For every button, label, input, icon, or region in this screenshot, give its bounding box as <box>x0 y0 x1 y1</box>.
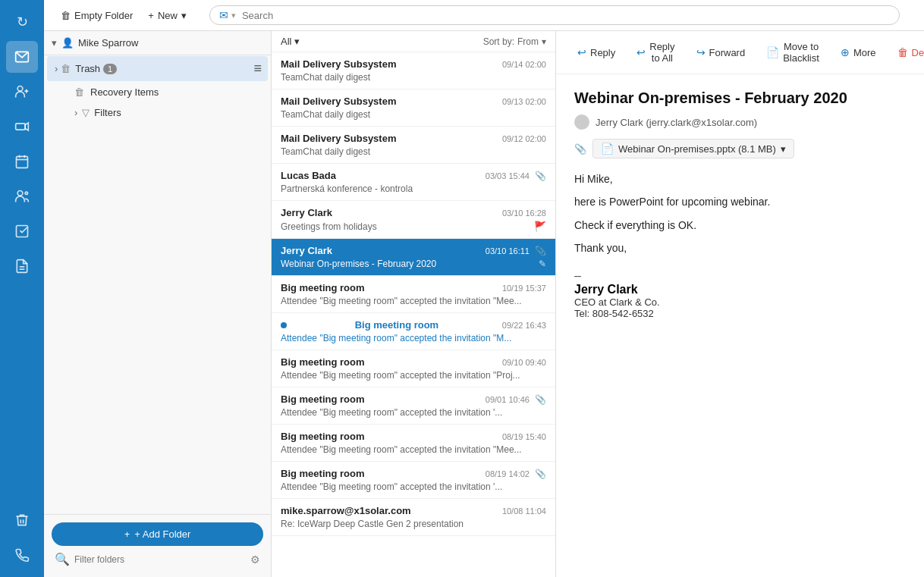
phone-nav-icon[interactable] <box>6 539 38 571</box>
move-to-blacklist-button[interactable]: 📄 Move to Blacklist <box>757 37 828 67</box>
file-icon: 📄 <box>601 143 614 155</box>
add-folder-button[interactable]: + + Add Folder <box>52 522 263 546</box>
mail-search-icon: ✉ <box>219 9 228 21</box>
attach-icon: 📎 <box>535 246 546 256</box>
people-nav-icon[interactable] <box>6 180 38 212</box>
email-date: 03/10 16:28 <box>502 209 546 218</box>
email-sender: Big meeting room <box>281 282 365 293</box>
folder-menu-icon[interactable]: ≡ <box>253 61 262 77</box>
email-list-item[interactable]: Big meeting room08/19 15:40Attendee "Big… <box>272 425 555 462</box>
email-list-item[interactable]: Big meeting room09/01 10:46 📎Attendee "B… <box>272 387 555 425</box>
filter-search-icon: 🔍 <box>55 552 70 566</box>
notes-nav-icon[interactable] <box>6 250 38 282</box>
video-nav-icon[interactable] <box>6 111 38 143</box>
email-list-item[interactable]: Big meeting room08/19 14:02 📎Attendee "B… <box>272 462 555 499</box>
reply-label: Reply <box>590 47 615 58</box>
filter-dropdown[interactable]: All ▾ <box>281 36 300 47</box>
sidebar-item-recovery[interactable]: 🗑 Recovery Items <box>44 82 271 102</box>
email-list-item[interactable]: mike.sparrow@x1solar.com10/08 11:04Re: I… <box>272 499 555 536</box>
body-line: Check if everything is OK. <box>574 217 906 234</box>
paperclip-icon: 📎 <box>574 143 586 155</box>
email-list-item[interactable]: Big meeting room09/22 16:43Attendee "Big… <box>272 313 555 350</box>
email-list-item[interactable]: Big meeting room10/19 15:37Attendee "Big… <box>272 276 555 313</box>
email-preview: Attendee "Big meeting room" accepted the… <box>281 481 546 492</box>
attachment-chevron-icon[interactable]: ▾ <box>781 143 786 155</box>
email-list-item[interactable]: Mail Delivery Subsystem09/13 02:00TeamCh… <box>272 89 555 127</box>
sender-avatar <box>574 114 589 130</box>
calendar-nav-icon[interactable] <box>6 146 38 177</box>
email-list-item[interactable]: Big meeting room09/10 09:40Attendee "Big… <box>272 350 555 387</box>
email-date: 09/22 16:43 <box>502 321 546 330</box>
email-date: 03/03 15:44 📎 <box>486 171 546 181</box>
email-date: 09/12 02:00 <box>502 134 546 143</box>
reply-button[interactable]: ↩ Reply <box>568 42 624 62</box>
sidebar-item-trash[interactable]: › 🗑 Trash 1 ≡ <box>47 56 268 81</box>
sig-name: Jerry Clark <box>574 283 906 296</box>
email-list-item[interactable]: Jerry Clark03/10 16:11 📎Webinar On-premi… <box>272 239 555 276</box>
attach-icon: 📎 <box>535 394 546 405</box>
reply-all-button[interactable]: ↩ Reply to All <box>627 37 684 67</box>
email-preview: TeamChat daily digest <box>281 146 546 157</box>
email-signature: – Jerry Clark CEO at Clark & Co. Tel: 80… <box>574 269 906 319</box>
trash-badge: 1 <box>103 64 117 74</box>
attachment-box[interactable]: 📄 Webinar On-premises.pptx (8.1 MB) ▾ <box>592 139 794 158</box>
email-list-item[interactable]: Mail Delivery Subsystem09/12 02:00TeamCh… <box>272 127 555 164</box>
blacklist-icon: 📄 <box>766 46 779 58</box>
filter-label: All <box>281 36 291 47</box>
email-list-item[interactable]: Mail Delivery Subsystem09/14 02:00TeamCh… <box>272 52 555 89</box>
sig-dash: – <box>574 269 906 283</box>
chevron-search-icon: ▾ <box>231 11 236 20</box>
filter-icon: ▽ <box>82 107 90 118</box>
email-sender: Jerry Clark <box>281 207 332 218</box>
blacklist-label: Move to Blacklist <box>783 41 819 64</box>
sender-name: Jerry Clark (jerry.clark@x1solar.com) <box>596 117 757 128</box>
folder-settings-icon[interactable]: ⚙ <box>250 553 260 566</box>
email-sender: Mail Delivery Subsystem <box>281 96 396 107</box>
mail-nav-icon[interactable] <box>6 41 38 73</box>
email-sender: Big meeting room <box>355 319 439 331</box>
refresh-icon[interactable]: ↻ <box>6 6 38 38</box>
search-bar[interactable]: ✉ ▾ <box>209 5 900 25</box>
reply-icon: ↩ <box>577 46 586 58</box>
email-date: 08/19 14:02 📎 <box>486 469 546 479</box>
email-from-row: Jerry Clark (jerry.clark@x1solar.com) <box>574 114 906 130</box>
new-button[interactable]: + New ▾ <box>140 6 194 25</box>
svg-rect-4 <box>16 124 26 130</box>
email-list-item[interactable]: Jerry Clark03/10 16:28Greetings from hol… <box>272 201 555 239</box>
delete-button[interactable]: 🗑 Delete <box>888 42 925 62</box>
trash-nav-icon[interactable] <box>6 504 38 536</box>
email-sender: Mail Delivery Subsystem <box>281 58 396 70</box>
delete-label: Delete <box>912 47 925 58</box>
more-button[interactable]: ⊕ More <box>831 42 885 62</box>
email-date: 08/19 15:40 <box>502 432 546 441</box>
main-content: 🗑 Empty Folder + New ▾ ✉ ▾ ▾ 👤 Mike Spar… <box>44 0 924 577</box>
collapse-chevron[interactable]: ▾ <box>52 37 57 49</box>
flag-icon: 🚩 <box>534 221 546 232</box>
email-preview: Re: IceWarp Deep Castle Gen 2 presentati… <box>281 519 546 529</box>
filter-folders-input[interactable] <box>74 554 246 565</box>
trash-folder-icon: 🗑 <box>61 63 71 74</box>
search-input[interactable] <box>242 10 890 21</box>
sidebar: ▾ 👤 Mike Sparrow › 🗑 Trash 1 ≡ 🗑 Recover… <box>44 31 272 577</box>
svg-marker-5 <box>25 123 28 130</box>
user-avatar-icon: 👤 <box>61 37 74 49</box>
more-label: More <box>853 47 876 58</box>
email-subject: Webinar On-premises - February 2020 <box>574 89 906 107</box>
panels: ▾ 👤 Mike Sparrow › 🗑 Trash 1 ≡ 🗑 Recover… <box>44 31 924 577</box>
email-list-item[interactable]: Lucas Bada03/03 15:44 📎Partnerská konfer… <box>272 164 555 201</box>
sidebar-item-filters[interactable]: › ▽ Filters <box>44 102 271 123</box>
svg-point-1 <box>17 86 23 92</box>
edit-icon: ✎ <box>539 259 546 269</box>
more-icon: ⊕ <box>841 46 850 58</box>
chevron-down-icon: ▾ <box>181 10 187 21</box>
empty-folder-button[interactable]: 🗑 Empty Folder <box>53 6 140 25</box>
sig-title: CEO at Clark & Co. <box>574 296 906 308</box>
sort-by[interactable]: Sort by: From ▾ <box>483 36 546 47</box>
body-line: Thank you, <box>574 240 906 256</box>
sidebar-header: ▾ 👤 Mike Sparrow <box>44 31 271 55</box>
detail-content: Webinar On-premises - February 2020 Jerr… <box>556 74 924 577</box>
forward-button[interactable]: ↪ Forward <box>687 42 755 62</box>
unread-dot <box>281 322 287 328</box>
tasks-nav-icon[interactable] <box>6 215 38 247</box>
contacts-nav-icon[interactable] <box>6 76 38 108</box>
